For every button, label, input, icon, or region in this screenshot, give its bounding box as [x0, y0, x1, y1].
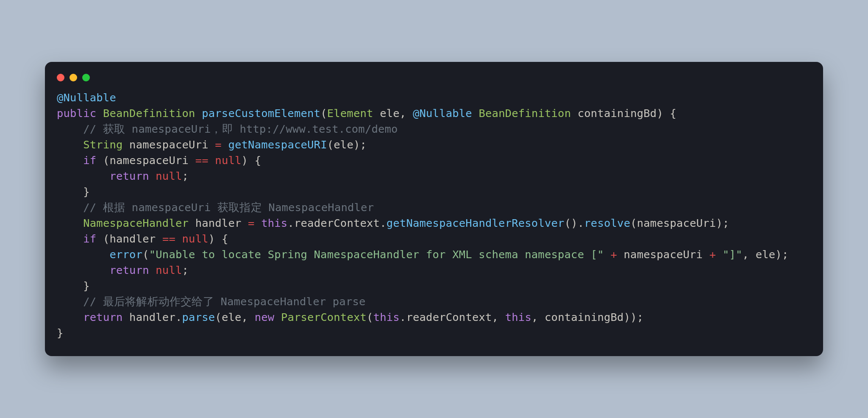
- code-token: [472, 107, 479, 120]
- code-line: if (namespaceUri == null) {: [57, 154, 261, 167]
- code-token: [57, 123, 83, 135]
- code-token: @Nullable: [57, 91, 116, 104]
- code-token: .: [380, 217, 387, 229]
- code-token: namespaceUri: [129, 138, 209, 151]
- code-token: error: [109, 248, 142, 261]
- code-token: public: [57, 107, 96, 120]
- code-token: [255, 217, 262, 229]
- code-token: null: [215, 154, 241, 167]
- close-icon[interactable]: [57, 74, 64, 81]
- code-token: [96, 154, 103, 167]
- code-token: [373, 107, 380, 120]
- code-token: [703, 248, 709, 261]
- code-token: String: [83, 138, 122, 151]
- code-token: [57, 264, 109, 276]
- code-token: return: [83, 311, 122, 323]
- code-token: // 获取 namespaceUri，即 http://www.test.com…: [83, 123, 398, 135]
- code-token: NamespaceHandler: [83, 217, 189, 229]
- code-token: [156, 232, 162, 245]
- code-token: ): [716, 217, 723, 229]
- code-token: }: [83, 185, 90, 198]
- code-token: [248, 154, 255, 167]
- code-token: .: [578, 217, 584, 229]
- code-token: [57, 185, 83, 198]
- code-token: [209, 154, 215, 167]
- code-line: }: [57, 279, 90, 292]
- code-token: parse: [182, 311, 215, 323]
- code-token: [149, 170, 156, 182]
- code-token: [209, 138, 215, 151]
- code-token: [57, 311, 83, 323]
- code-token: [617, 248, 624, 261]
- code-token: @Nullable: [413, 107, 472, 120]
- code-token: [57, 248, 109, 261]
- code-token: null: [156, 264, 182, 276]
- code-token: ): [353, 138, 360, 151]
- code-token: (: [367, 311, 373, 323]
- code-token: [96, 107, 103, 120]
- code-token: getNamespaceURI: [228, 138, 327, 151]
- code-token: ,: [400, 107, 413, 120]
- code-token: [123, 138, 130, 151]
- code-line: return handler.parse(ele, new ParserCont…: [57, 311, 643, 323]
- code-token: [96, 232, 103, 245]
- code-token: +: [610, 248, 617, 261]
- code-token: ,: [242, 311, 255, 323]
- code-token: [215, 232, 222, 245]
- code-token: ;: [723, 217, 729, 229]
- code-token: =: [215, 138, 222, 151]
- code-token: [189, 154, 195, 167]
- code-token: return: [109, 264, 149, 276]
- code-line: error("Unable to locate Spring Namespace…: [57, 248, 788, 261]
- code-token: [57, 170, 109, 182]
- code-token: [222, 138, 228, 151]
- code-token: [57, 138, 83, 151]
- code-token: ele: [334, 138, 353, 151]
- code-token: ): [209, 232, 215, 245]
- maximize-icon[interactable]: [82, 74, 90, 81]
- code-token: [57, 201, 83, 214]
- code-token: ParserContext: [281, 311, 367, 323]
- code-token: readerContext: [294, 217, 380, 229]
- code-token: [242, 217, 248, 229]
- code-token: [663, 107, 670, 120]
- code-token: ele: [380, 107, 400, 120]
- code-token: ==: [162, 232, 175, 245]
- code-token: ;: [182, 170, 189, 182]
- code-token: .: [287, 217, 294, 229]
- code-token: ==: [195, 154, 209, 167]
- code-token: ,: [743, 248, 756, 261]
- code-token: namespaceUri: [624, 248, 703, 261]
- code-token: (: [215, 311, 222, 323]
- code-block: @Nullable public BeanDefinition parseCus…: [45, 90, 823, 341]
- code-token: ;: [637, 311, 644, 323]
- code-line: return null;: [57, 170, 189, 182]
- code-line: @Nullable: [57, 91, 116, 104]
- window-titlebar: [45, 74, 823, 90]
- code-line: String namespaceUri = getNamespaceURI(el…: [57, 138, 367, 151]
- code-token: // 最后将解析动作交给了 NamespaceHandler parse: [83, 295, 365, 308]
- code-token: [189, 217, 195, 229]
- code-token: // 根据 namespaceUri 获取指定 NamespaceHandler: [83, 201, 374, 214]
- code-token: (: [142, 248, 149, 261]
- code-token: [571, 107, 578, 120]
- minimize-icon[interactable]: [70, 74, 77, 81]
- code-token: {: [222, 232, 228, 245]
- code-token: [57, 295, 83, 308]
- code-token: ,: [492, 311, 505, 323]
- code-line: // 根据 namespaceUri 获取指定 NamespaceHandler: [57, 201, 374, 214]
- code-token: namespaceUri: [109, 154, 189, 167]
- code-token: )): [624, 311, 637, 323]
- code-line: // 最后将解析动作交给了 NamespaceHandler parse: [57, 295, 366, 308]
- code-token: namespaceUri: [637, 217, 716, 229]
- code-token: (): [565, 217, 578, 229]
- code-line: NamespaceHandler handler = this.readerCo…: [57, 217, 729, 229]
- code-token: handler: [195, 217, 242, 229]
- code-token: ;: [782, 248, 789, 261]
- code-token: [57, 232, 83, 245]
- code-token: Element: [327, 107, 373, 120]
- code-line: }: [57, 326, 64, 339]
- code-token: resolve: [584, 217, 630, 229]
- code-token: [149, 264, 156, 276]
- code-token: ;: [182, 264, 189, 276]
